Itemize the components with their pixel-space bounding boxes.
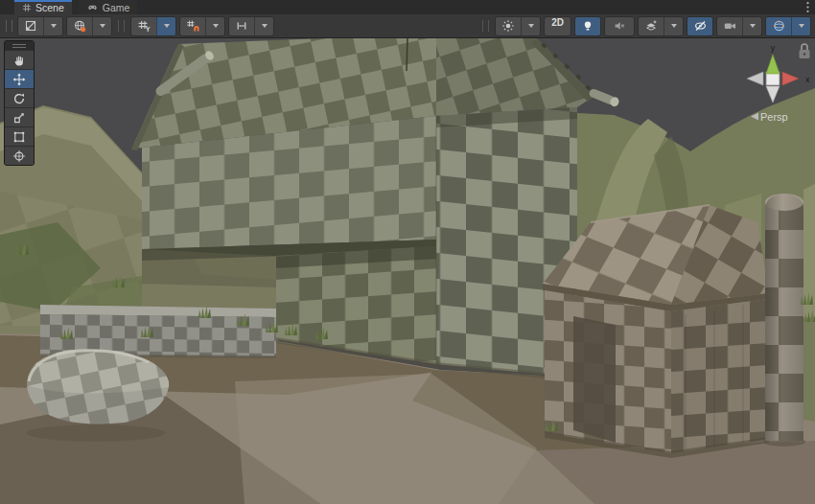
tool-rect[interactable] — [5, 126, 34, 146]
grid-visibility-dropdown[interactable] — [156, 17, 175, 35]
skybox-globe-icon — [73, 19, 86, 33]
sun-icon — [501, 19, 515, 33]
tool-transform[interactable] — [5, 146, 34, 165]
lighting-debug-dropdown[interactable] — [521, 17, 540, 35]
draw-mode-icon — [24, 19, 37, 33]
move-icon — [12, 73, 26, 86]
tools-overlay — [4, 40, 35, 166]
eye-slash-icon — [693, 19, 708, 33]
hanging-pole — [407, 38, 408, 71]
tool-move[interactable] — [5, 69, 34, 88]
tool-rotate[interactable] — [5, 88, 34, 107]
toolbar-drag-handle[interactable] — [6, 20, 12, 32]
kebab-menu-icon[interactable] — [801, 0, 815, 14]
lightbulb-icon — [581, 19, 594, 33]
rect-tool-icon — [12, 130, 26, 144]
tab-scene[interactable]: Scene — [14, 0, 72, 14]
tab-game[interactable]: Game — [79, 0, 138, 14]
move-snap-dropdown[interactable] — [254, 17, 273, 35]
camera-icon — [723, 19, 737, 33]
toolbar-right-group: 2D — [479, 16, 811, 36]
camera-settings-dropdown[interactable] — [742, 17, 761, 35]
move-snap-button[interactable] — [228, 16, 274, 36]
grid-snapping-dropdown[interactable] — [205, 17, 224, 35]
shed-door-opening — [573, 316, 616, 443]
transform-icon — [12, 149, 26, 163]
effects-button[interactable] — [638, 16, 684, 36]
grid-snapping-button[interactable] — [179, 16, 225, 36]
gizmo-x-label: x — [805, 75, 810, 84]
effects-dropdown[interactable] — [664, 17, 683, 35]
toolbar-separator — [482, 20, 489, 32]
draw-mode-button[interactable] — [17, 16, 63, 36]
gamepad-icon — [86, 2, 99, 12]
gizmo-y-label: y — [771, 43, 776, 53]
scene-render: y x Persp — [0, 38, 815, 504]
tab-scene-label: Scene — [35, 2, 64, 13]
snap-increment-icon — [235, 19, 248, 33]
lighting-debug-button[interactable] — [495, 16, 541, 36]
scene-grid-icon — [22, 3, 32, 12]
tool-view-hand[interactable] — [5, 50, 34, 69]
persp-label: Persp — [760, 111, 788, 123]
scene-view-options-dropdown[interactable] — [92, 17, 111, 35]
scene-lighting-button[interactable] — [574, 16, 601, 36]
gizmos-dropdown[interactable] — [791, 17, 810, 35]
tool-scale[interactable] — [5, 107, 34, 126]
svg-text:Y: Y — [146, 26, 151, 33]
gizmos-sphere-icon — [772, 19, 786, 33]
scene-viewport[interactable]: y x Persp — [0, 38, 815, 504]
toolbar-separator — [118, 20, 125, 32]
grid-icon: Y — [137, 19, 151, 33]
scene-toolbar: Y — [0, 14, 815, 38]
hand-icon — [12, 54, 26, 67]
2d-label: 2D — [547, 17, 569, 35]
rotate-icon — [12, 92, 26, 105]
gizmos-button[interactable] — [765, 16, 811, 36]
round-pillar[interactable] — [763, 194, 805, 447]
draw-mode-dropdown[interactable] — [43, 17, 62, 35]
effects-layers-icon — [644, 19, 658, 33]
tools-drag-handle[interactable] — [5, 41, 34, 50]
scale-icon — [12, 111, 26, 125]
scene-view-options-button[interactable] — [66, 16, 112, 36]
tab-game-label: Game — [103, 2, 130, 13]
tab-strip: Scene Game — [0, 0, 815, 14]
audio-mute-button[interactable] — [604, 16, 635, 36]
unity-scene-view-window: Scene Game — [0, 0, 815, 504]
lean-to-shed[interactable] — [543, 205, 769, 458]
snap-magnet-icon — [186, 19, 199, 33]
round-stump[interactable] — [27, 350, 169, 442]
2d-toggle-button[interactable]: 2D — [544, 16, 571, 36]
scene-visibility-button[interactable] — [687, 16, 713, 36]
speaker-muted-icon — [613, 19, 626, 33]
camera-settings-button[interactable] — [716, 16, 762, 36]
grid-visibility-button[interactable]: Y — [130, 16, 176, 36]
